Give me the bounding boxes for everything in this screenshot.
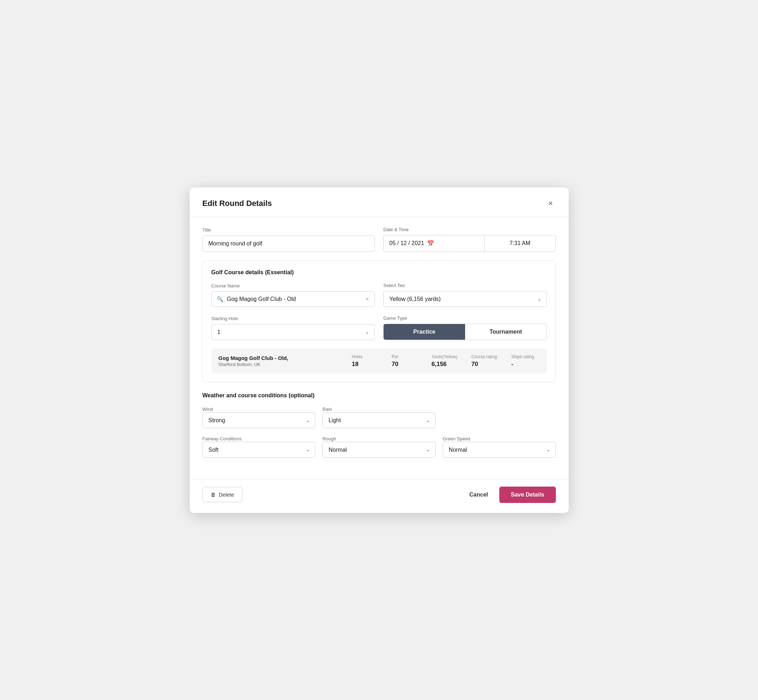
title-input[interactable] — [202, 236, 375, 252]
course-info-name-col: Gog Magog Golf Club - Old, Shelford Bott… — [219, 355, 341, 367]
title-group: Title — [202, 227, 375, 252]
title-label: Title — [202, 227, 375, 233]
date-time-group: 05 / 12 / 2021 📅 7:31 AM — [383, 235, 556, 252]
course-info-name: Gog Magog Golf Club - Old, — [219, 355, 341, 361]
title-datetime-row: Title Date & Time 05 / 12 / 2021 📅 7:31 … — [202, 227, 556, 252]
close-button[interactable]: × — [545, 197, 556, 209]
fairway-wrapper[interactable]: Soft ⌄ — [202, 442, 316, 458]
course-info-location: Shelford Bottom, UK — [219, 362, 341, 367]
datetime-group: Date & Time 05 / 12 / 2021 📅 7:31 AM — [383, 227, 556, 252]
select-tee-wrapper[interactable]: Yellow (6,156 yards) ⌄ — [383, 291, 547, 307]
fairway-dropdown[interactable]: Soft — [203, 442, 315, 458]
fairway-label: Fairway Conditions — [202, 436, 242, 441]
wind-group: Wind Strong ⌄ — [202, 406, 316, 428]
fairway-group: Fairway Conditions Soft ⌄ — [202, 435, 316, 458]
starting-hole-label: Starting Hole — [211, 316, 375, 321]
trash-icon: 🗑 — [211, 492, 216, 498]
starting-hole-dropdown[interactable]: 1 — [212, 324, 375, 340]
course-name-input[interactable] — [227, 296, 362, 302]
course-name-group: Course Name 🔍 ✕ — [211, 283, 375, 307]
cancel-button[interactable]: Cancel — [467, 487, 491, 502]
wind-label: Wind — [202, 406, 213, 412]
game-type-label: Game Type — [383, 316, 547, 321]
par-value: 70 — [392, 361, 399, 368]
conditions-section: Weather and course conditions (optional)… — [202, 392, 556, 458]
delete-label: Delete — [219, 492, 234, 498]
delete-button[interactable]: 🗑 Delete — [202, 487, 242, 502]
wind-wrapper[interactable]: Strong ⌄ — [202, 412, 316, 428]
course-section-title: Golf Course details (Essential) — [211, 269, 547, 276]
time-value: 7:31 AM — [510, 240, 531, 247]
tournament-button[interactable]: Tournament — [465, 324, 547, 340]
holes-stat: Holes 18 — [352, 354, 381, 368]
wind-dropdown[interactable]: Strong — [203, 412, 315, 428]
footer-right: Cancel Save Details — [467, 487, 556, 503]
slope-value: - — [511, 361, 514, 368]
modal-footer: 🗑 Delete Cancel Save Details — [190, 479, 568, 513]
game-type-toggle: Practice Tournament — [383, 324, 547, 340]
starting-hole-wrapper[interactable]: 1 ⌄ — [211, 324, 375, 340]
fairway-rough-green-row: Fairway Conditions Soft ⌄ Rough Normal — [202, 435, 556, 458]
holes-label: Holes — [352, 354, 363, 359]
green-wrapper[interactable]: Normal ⌄ — [443, 442, 556, 458]
rating-label: Course rating — [471, 354, 497, 359]
green-dropdown[interactable]: Normal — [443, 442, 556, 458]
green-label: Green Speed — [443, 436, 470, 441]
datetime-label: Date & Time — [383, 227, 556, 232]
rough-wrapper[interactable]: Normal ⌄ — [323, 442, 435, 458]
select-tee-group: Select Tee Yellow (6,156 yards) ⌄ — [383, 283, 547, 307]
select-tee-dropdown[interactable]: Yellow (6,156 yards) — [384, 291, 547, 306]
yards-stat: Yards(Yellow) 6,156 — [432, 354, 460, 368]
modal-title: Edit Round Details — [202, 199, 272, 208]
yards-value: 6,156 — [432, 361, 447, 368]
rain-group: Rain Light ⌄ — [323, 406, 435, 428]
date-field[interactable]: 05 / 12 / 2021 📅 — [383, 235, 485, 252]
conditions-title: Weather and course conditions (optional) — [202, 392, 556, 399]
rating-value: 70 — [471, 361, 478, 368]
course-section: Golf Course details (Essential) Course N… — [202, 260, 556, 382]
game-type-group: Game Type Practice Tournament — [383, 316, 547, 340]
green-group: Green Speed Normal ⌄ — [443, 435, 556, 458]
course-name-search[interactable]: 🔍 ✕ — [211, 291, 375, 307]
course-info-bar: Gog Magog Golf Club - Old, Shelford Bott… — [211, 348, 547, 373]
rough-dropdown[interactable]: Normal — [323, 442, 435, 458]
clear-icon[interactable]: ✕ — [365, 296, 370, 302]
par-label: Par — [392, 354, 399, 359]
rough-group: Rough Normal ⌄ — [323, 435, 435, 458]
practice-button[interactable]: Practice — [384, 324, 465, 340]
rain-wrapper[interactable]: Light ⌄ — [323, 412, 435, 428]
rain-dropdown[interactable]: Light — [323, 412, 435, 428]
slope-label: Slope rating — [511, 354, 534, 359]
holes-value: 18 — [352, 361, 359, 368]
select-tee-label: Select Tee — [383, 283, 547, 288]
yards-label: Yards(Yellow) — [432, 354, 458, 359]
save-button[interactable]: Save Details — [499, 487, 556, 503]
edit-round-modal: Edit Round Details × Title Date & Time 0… — [190, 188, 568, 513]
rain-label: Rain — [323, 406, 332, 412]
modal-header: Edit Round Details × — [190, 188, 568, 217]
slope-stat: Slope rating - — [511, 354, 540, 368]
hole-gametype-row: Starting Hole 1 ⌄ Game Type Practice Tou… — [211, 316, 547, 340]
rough-label: Rough — [323, 436, 336, 441]
time-field[interactable]: 7:31 AM — [485, 235, 556, 252]
date-value: 05 / 12 / 2021 — [389, 240, 424, 247]
course-name-label: Course Name — [211, 283, 375, 289]
par-stat: Par 70 — [392, 354, 420, 368]
search-icon: 🔍 — [217, 296, 224, 302]
wind-rain-row: Wind Strong ⌄ Rain Light ⌄ — [202, 406, 556, 428]
rating-stat: Course rating 70 — [471, 354, 500, 368]
modal-body: Title Date & Time 05 / 12 / 2021 📅 7:31 … — [190, 217, 568, 478]
course-tee-row: Course Name 🔍 ✕ Select Tee Yellow (6,156… — [211, 283, 547, 307]
calendar-icon: 📅 — [427, 240, 434, 247]
starting-hole-group: Starting Hole 1 ⌄ — [211, 316, 375, 340]
